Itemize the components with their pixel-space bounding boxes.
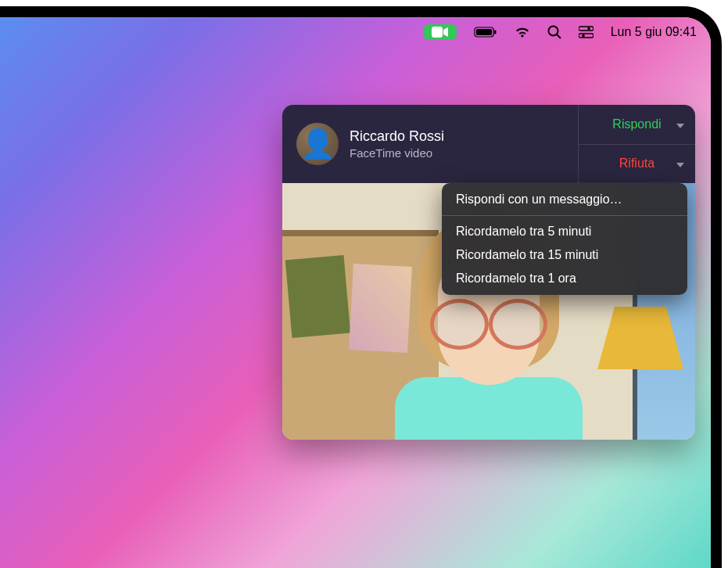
- decline-dropdown-menu: Rispondi con un messaggio… Ricordamelo t…: [442, 183, 687, 295]
- chevron-down-icon[interactable]: [676, 117, 684, 131]
- svg-point-7: [587, 27, 590, 31]
- facetime-status-icon[interactable]: [424, 24, 457, 40]
- caller-section: Riccardo Rossi FaceTime video: [282, 105, 578, 183]
- reply-with-message-item[interactable]: Rispondi con un messaggio…: [442, 188, 687, 211]
- svg-line-5: [557, 34, 561, 38]
- caller-name: Riccardo Rossi: [350, 128, 444, 145]
- svg-rect-8: [579, 34, 594, 38]
- call-type: FaceTime video: [350, 146, 444, 160]
- notification-header: Riccardo Rossi FaceTime video Rispondi R…: [282, 105, 695, 183]
- svg-point-9: [582, 34, 585, 38]
- device-frame: Lun 5 giu 09:41 Riccardo Rossi FaceTime …: [0, 6, 722, 568]
- wifi-icon[interactable]: [515, 27, 530, 38]
- svg-rect-3: [494, 31, 497, 34]
- svg-point-4: [548, 27, 558, 36]
- remind-1hour-item[interactable]: Ricordamelo tra 1 ora: [442, 267, 687, 290]
- decline-button[interactable]: Rifiuta: [579, 145, 695, 184]
- remind-5min-item[interactable]: Ricordamelo tra 5 minuti: [442, 220, 687, 243]
- svg-rect-2: [476, 29, 492, 35]
- control-center-icon[interactable]: [579, 26, 594, 38]
- svg-rect-6: [579, 27, 594, 31]
- spotlight-icon[interactable]: [547, 25, 561, 39]
- svg-rect-0: [432, 27, 443, 38]
- decline-label: Rifiuta: [619, 156, 654, 171]
- accept-label: Rispondi: [612, 117, 661, 131]
- caller-info: Riccardo Rossi FaceTime video: [350, 128, 444, 160]
- remind-15min-item[interactable]: Ricordamelo tra 15 minuti: [442, 243, 687, 267]
- caller-avatar: [296, 123, 339, 165]
- menu-divider: [442, 215, 687, 216]
- menubar-datetime[interactable]: Lun 5 giu 09:41: [611, 25, 697, 39]
- menubar: Lun 5 giu 09:41: [0, 17, 711, 47]
- battery-icon[interactable]: [474, 27, 497, 38]
- accept-button[interactable]: Rispondi: [579, 105, 695, 145]
- chevron-down-icon[interactable]: [676, 156, 684, 171]
- action-buttons: Rispondi Rifiuta: [578, 105, 695, 183]
